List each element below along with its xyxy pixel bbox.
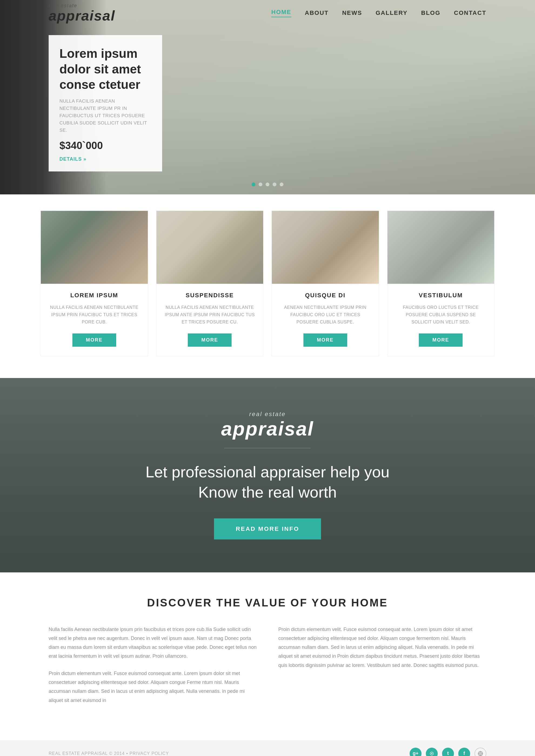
read-more-info-button[interactable]: READ MORE INFO	[214, 518, 321, 539]
nav-about[interactable]: ABOUT	[305, 10, 328, 16]
card-4-image	[387, 211, 494, 284]
card-1-desc: NULLA FACILIS AENEAN NECTIBULANTE IPSUM …	[49, 304, 140, 326]
card-4-title: VESTIBULUM	[396, 292, 486, 299]
footer: REAL ESTATE APPRAISAL © 2014 • PRIVACY P…	[0, 740, 535, 756]
card-4-more-button[interactable]: MORE	[419, 334, 463, 347]
banner-heading: Let professional appraiser help you Know…	[146, 462, 390, 502]
hero-dot-5[interactable]	[280, 182, 283, 186]
card-4-body: VESTIBULUM FAUCIBUS ORO LUCTUS ET TRICE …	[387, 284, 494, 356]
banner-logo-big: appraisal	[221, 418, 314, 440]
nav-news[interactable]: NEWS	[342, 10, 362, 16]
header: real estate appraisal HOME ABOUT NEWS GA…	[0, 0, 535, 26]
svg-point-4	[480, 753, 481, 754]
card-3-image	[272, 211, 379, 284]
hero-title: Lorem ipsum dolor sit amet conse ctetuer	[59, 46, 151, 93]
hero-card: Lorem ipsum dolor sit amet conse ctetuer…	[49, 35, 162, 172]
hero-dot-1[interactable]	[252, 182, 255, 186]
nav-contact[interactable]: CONTACT	[454, 10, 486, 16]
card-1-body: LOREM IPSUM NULLA FACILIS AENEAN NECTIBU…	[41, 284, 148, 356]
banner-content: real estate appraisal Let professional a…	[146, 411, 390, 540]
banner-section: real estate appraisal Let professional a…	[0, 378, 535, 572]
card-1: LOREM IPSUM NULLA FACILIS AENEAN NECTIBU…	[41, 211, 148, 356]
main-nav: HOME ABOUT NEWS GALLERY BLOG CONTACT	[271, 9, 486, 17]
nav-home[interactable]: HOME	[271, 9, 291, 17]
logo: real estate appraisal	[49, 3, 115, 23]
card-1-image	[41, 211, 148, 284]
discover-col-2: Proin dictum elementum velit. Fusce euis…	[278, 625, 486, 713]
card-1-more-button[interactable]: MORE	[72, 334, 116, 347]
card-1-title: LOREM IPSUM	[49, 292, 140, 299]
footer-target-icon[interactable]	[474, 748, 486, 756]
hero-description: NULLA FACILIS AENEAN NECTIBULANTE IPSUM …	[59, 97, 151, 134]
discover-section: DISCOVER THE VALUE OF YOUR HOME Nulla fa…	[0, 572, 535, 740]
hero-dot-4[interactable]	[273, 182, 276, 186]
hero-dot-2[interactable]	[259, 182, 262, 186]
card-3: QUISQUE DI AENEAN NECTIBULANTE IPSUM PRI…	[271, 211, 379, 356]
banner-logo-small: real estate	[249, 411, 286, 418]
footer-socials: g+ t f	[409, 748, 486, 756]
svg-point-1	[431, 753, 433, 754]
logo-big: appraisal	[49, 9, 115, 23]
card-3-more-button[interactable]: MORE	[303, 334, 347, 347]
discover-title: DISCOVER THE VALUE OF YOUR HOME	[49, 597, 486, 609]
footer-copyright: REAL ESTATE APPRAISAL © 2014 • PRIVACY P…	[49, 751, 169, 756]
card-2-image	[156, 211, 264, 284]
discover-col2-p1: Proin dictum elementum velit. Fusce euis…	[278, 625, 486, 670]
card-3-title: QUISQUE DI	[280, 292, 371, 299]
discover-columns: Nulla facilis Aenean nectibulante ipsum …	[49, 625, 486, 713]
card-2: SUSPENDISSE NULLA FACILIS AENEAN NECTIBU…	[156, 211, 264, 356]
banner-divider	[224, 448, 311, 448]
discover-col-1: Nulla facilis Aenean nectibulante ipsum …	[49, 625, 257, 713]
hero-section: Lorem ipsum dolor sit amet conse ctetuer…	[0, 0, 535, 194]
hero-dot-3[interactable]	[266, 182, 269, 186]
card-3-body: QUISQUE DI AENEAN NECTIBULANTE IPSUM PRI…	[272, 284, 379, 356]
hero-details-link[interactable]: DETAILS »	[59, 156, 86, 162]
cards-section: LOREM IPSUM NULLA FACILIS AENEAN NECTIBU…	[0, 194, 535, 378]
hero-dots	[252, 182, 283, 186]
card-2-title: SUSPENDISSE	[165, 292, 255, 299]
card-3-desc: AENEAN NECTIBULANTE IPSUM PRIN FAUCIBUC …	[280, 304, 371, 326]
nav-blog[interactable]: BLOG	[421, 10, 441, 16]
discover-col1-p2: Proin dictum elementum velit. Fusce euis…	[49, 669, 257, 705]
card-4: VESTIBULUM FAUCIBUS ORO LUCTUS ET TRICE …	[387, 211, 495, 356]
cards-grid: LOREM IPSUM NULLA FACILIS AENEAN NECTIBU…	[41, 211, 494, 356]
nav-gallery[interactable]: GALLERY	[376, 10, 408, 16]
card-2-more-button[interactable]: MORE	[188, 334, 232, 347]
discover-col1-p1: Nulla facilis Aenean nectibulante ipsum …	[49, 625, 257, 661]
card-2-body: SUSPENDISSE NULLA FACILIS AENEAN NECTIBU…	[156, 284, 264, 356]
banner-heading-line2: Know the real worth	[198, 483, 337, 501]
social-facebook-icon[interactable]: f	[458, 748, 470, 756]
banner-heading-line1: Let professional appraiser help you	[146, 463, 390, 481]
card-2-desc: NULLA FACILIS AENEAN NECTIBULANTE IPSUM …	[165, 304, 255, 326]
social-pinterest-icon[interactable]	[426, 748, 438, 756]
hero-price: $340`000	[59, 140, 151, 151]
social-twitter-icon[interactable]: t	[442, 748, 454, 756]
card-4-desc: FAUCIBUS ORO LUCTUS ET TRICE POSUERE CUB…	[396, 304, 486, 326]
social-google-icon[interactable]: g+	[409, 748, 422, 756]
